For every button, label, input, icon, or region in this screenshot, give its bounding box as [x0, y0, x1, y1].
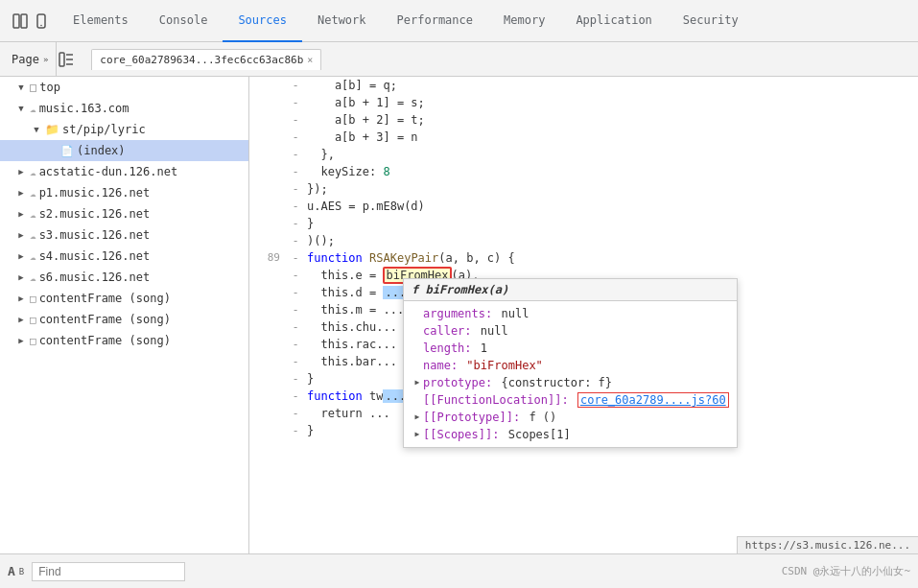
sidebar-item-top[interactable]: □ top — [0, 77, 248, 98]
sidebar-toggle-button[interactable] — [57, 50, 76, 69]
tab-sources[interactable]: Sources — [223, 0, 302, 42]
sidebar-item-acstatic[interactable]: ☁ acstatic-dun.126.net — [0, 161, 248, 182]
sidebar-item-label: top — [39, 81, 60, 94]
expand-icon[interactable] — [412, 428, 423, 439]
line-dash: - — [288, 267, 303, 284]
sidebar-item-label: s4.music.126.net — [39, 249, 151, 263]
expand-icon[interactable] — [412, 411, 423, 422]
code-content: }); — [303, 180, 918, 198]
tooltip-row-scopes: [[Scopes]]: Scopes[1] — [412, 426, 729, 443]
page-label: Page — [12, 53, 39, 66]
tooltip-key: caller: — [423, 324, 472, 338]
file-icon: 📄 — [60, 145, 74, 157]
line-dash: - — [288, 180, 303, 198]
cloud-icon: ☁ — [30, 250, 36, 263]
sidebar-item-label: st/pip/lyric — [62, 123, 146, 136]
arrow-icon — [15, 293, 27, 304]
sidebar-item-contentframe1[interactable]: □ contentFrame (song) — [0, 288, 248, 309]
expand-icon[interactable] — [412, 376, 423, 388]
code-line: - a[b + 1] = s; — [249, 94, 918, 111]
tooltip-val: null — [494, 307, 529, 320]
sidebar-item-contentframe3[interactable]: □ contentFrame (song) — [0, 330, 248, 351]
arrow-icon — [31, 124, 42, 135]
tab-network[interactable]: Network — [302, 0, 382, 42]
main-layout: □ top ☁ music.163.com 📁 st/pip/lyric 📄 (… — [0, 77, 918, 553]
tooltip-key: [[Scopes]]: — [423, 428, 499, 441]
sidebar-item-s3music[interactable]: ☁ s3.music.126.net — [0, 224, 248, 246]
sidebar-item-label: s3.music.126.net — [39, 228, 151, 242]
find-input[interactable] — [32, 562, 185, 581]
line-dash: - — [288, 405, 303, 422]
line-dash: - — [288, 215, 303, 232]
file-tabs: core_60a2789634...3fec6cc63ac86b × — [83, 49, 914, 70]
url-display: https://s3.music.126.ne... — [737, 536, 918, 553]
tab-elements[interactable]: Elements — [58, 0, 144, 42]
arrow-icon — [15, 314, 27, 325]
line-dash: - — [288, 318, 303, 336]
code-line-89: 89 - function RSAKeyPair(a, b, c) { — [249, 249, 918, 267]
tab-security[interactable]: Security — [668, 0, 754, 42]
tooltip-row-arguments: ▶ arguments: null — [412, 305, 729, 322]
tooltip-row-name: ▶ name: "biFromHex" — [412, 357, 729, 374]
tab-memory[interactable]: Memory — [488, 0, 560, 42]
line-dash: - — [288, 301, 303, 318]
arrow-icon — [15, 208, 27, 220]
sidebar-item-s6music[interactable]: ☁ s6.music.126.net — [0, 267, 248, 288]
sidebar: □ top ☁ music.163.com 📁 st/pip/lyric 📄 (… — [0, 77, 249, 553]
tooltip-val: core_60a2789....js?60 — [571, 393, 729, 407]
sidebar-item-music163[interactable]: ☁ music.163.com — [0, 98, 248, 119]
arrow-icon — [15, 103, 27, 114]
code-content: } — [303, 215, 918, 232]
find-section: A B — [8, 564, 24, 578]
file-tab-close[interactable]: × — [307, 55, 313, 65]
arrow-icon — [15, 271, 27, 283]
tooltip-row-prototype: prototype: {constructor: f} — [412, 374, 729, 391]
dock-icon[interactable] — [12, 12, 29, 30]
line-dash: - — [288, 249, 303, 267]
code-line: - }); — [249, 180, 918, 198]
line-dash: - — [288, 77, 303, 94]
folder-icon: 📁 — [45, 123, 59, 136]
text-icon: A — [8, 564, 15, 578]
mobile-icon[interactable] — [33, 12, 50, 30]
line-dash: - — [288, 336, 303, 353]
tooltip-key: name: — [423, 359, 458, 372]
file-tab-core[interactable]: core_60a2789634...3fec6cc63ac86b × — [91, 49, 321, 70]
sidebar-item-stpipplyric[interactable]: 📁 st/pip/lyric — [0, 119, 248, 140]
function-location-link[interactable]: core_60a2789....js?60 — [577, 392, 729, 408]
tab-application[interactable]: Application — [560, 0, 667, 42]
line-dash: - — [288, 422, 303, 439]
tooltip-key: prototype: — [423, 376, 492, 389]
line-number-89: 89 — [249, 249, 288, 267]
code-line: - } — [249, 215, 918, 232]
tab-console[interactable]: Console — [144, 0, 224, 42]
cloud-icon: ☁ — [30, 103, 36, 115]
tab-performance[interactable]: Performance — [382, 0, 488, 42]
line-dash: - — [288, 146, 303, 163]
sidebar-item-s2music[interactable]: ☁ s2.music.126.net — [0, 203, 248, 224]
code-content: a[b + 1] = s; — [303, 94, 918, 111]
nav-tabs: Elements Console Sources Network Perform… — [58, 0, 914, 42]
arrow-icon — [15, 187, 27, 199]
tooltip-key: [[Prototype]]: — [423, 411, 520, 424]
watermark: CSDN @永远十八的小仙女~ — [782, 564, 910, 578]
chevron-right-icon[interactable]: » — [43, 55, 48, 64]
sidebar-item-contentframe2[interactable]: □ contentFrame (song) — [0, 309, 248, 330]
tooltip-row-caller: ▶ caller: null — [412, 322, 729, 340]
devtools-toolbar: Elements Console Sources Network Perform… — [0, 0, 918, 42]
tooltip-val: f () — [522, 411, 556, 424]
sidebar-item-s4music[interactable]: ☁ s4.music.126.net — [0, 246, 248, 267]
tooltip-popup: f biFromHex(a) ▶ arguments: null ▶ calle… — [403, 278, 738, 448]
folder-icon: □ — [30, 335, 36, 347]
sidebar-item-index[interactable]: 📄 (index) — [0, 140, 248, 161]
code-content: )(); — [303, 232, 918, 249]
code-line: - u.AES = p.mE8w(d) — [249, 198, 918, 215]
line-dash: - — [288, 111, 303, 129]
line-dash: - — [288, 370, 303, 388]
bottom-bar: A B CSDN @永远十八的小仙女~ — [0, 553, 918, 588]
cloud-icon: ☁ — [30, 271, 36, 284]
arrow-icon — [15, 335, 27, 346]
sidebar-item-p1music[interactable]: ☁ p1.music.126.net — [0, 182, 248, 203]
sidebar-item-label: acstatic-dun.126.net — [39, 165, 178, 178]
sidebar-item-label: contentFrame (song) — [39, 313, 171, 326]
